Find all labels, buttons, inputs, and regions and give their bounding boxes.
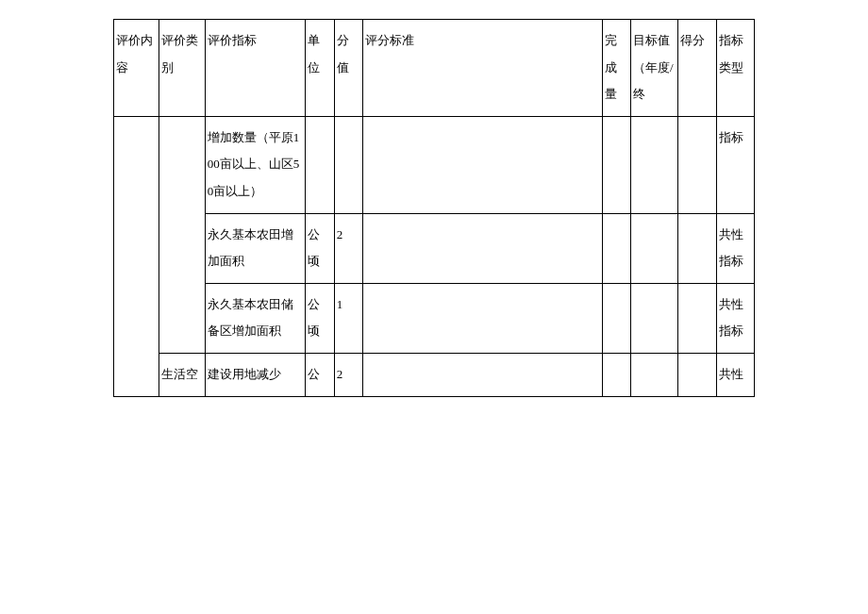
cell-indicator-type: 共性指标: [716, 283, 754, 353]
cell-scoring-standard: [362, 353, 602, 396]
cell-unit: 公顷: [306, 283, 334, 353]
cell-completion: [602, 116, 630, 213]
cell-score-value: 2: [334, 213, 362, 283]
header-completion: 完成量: [602, 20, 630, 117]
header-score: 得分: [678, 20, 716, 117]
header-indicator-type: 指标类型: [716, 20, 754, 117]
cell-target-value: [630, 283, 677, 353]
evaluation-table-container: 评价内容 评价类别 评价指标 单位 分值 评分标准 完成量 目标值（年度/终 得…: [113, 19, 755, 397]
header-score-value: 分值: [334, 20, 362, 117]
cell-unit: 公顷: [306, 213, 334, 283]
cell-completion: [602, 353, 630, 396]
cell-eval-indicator: 增加数量（平原100亩以上、山区50亩以上）: [205, 116, 306, 213]
table-row: 永久基本农田储备区增加面积 公顷 1 共性指标: [114, 283, 755, 353]
cell-eval-category: 生活空: [159, 353, 205, 396]
cell-indicator-type: 指标: [716, 116, 754, 213]
table-row: 增加数量（平原100亩以上、山区50亩以上） 指标: [114, 116, 755, 213]
cell-target-value: [630, 213, 677, 283]
header-eval-indicator: 评价指标: [205, 20, 306, 117]
cell-eval-indicator: 永久基本农田储备区增加面积: [205, 283, 306, 353]
cell-eval-indicator: 永久基本农田增加面积: [205, 213, 306, 283]
cell-unit: [306, 116, 334, 213]
header-scoring-standard: 评分标准: [362, 20, 602, 117]
header-target-value: 目标值（年度/终: [630, 20, 677, 117]
table-row: 生活空 建设用地减少 公 2 共性: [114, 353, 755, 396]
table-row: 永久基本农田增加面积 公顷 2 共性指标: [114, 213, 755, 283]
evaluation-table: 评价内容 评价类别 评价指标 单位 分值 评分标准 完成量 目标值（年度/终 得…: [113, 19, 755, 397]
cell-scoring-standard: [362, 283, 602, 353]
cell-eval-category: [159, 116, 205, 353]
cell-score-value: [334, 116, 362, 213]
cell-score: [678, 283, 716, 353]
header-eval-content: 评价内容: [114, 20, 159, 117]
cell-completion: [602, 283, 630, 353]
cell-unit: 公: [306, 353, 334, 396]
cell-eval-content: [114, 116, 159, 396]
cell-target-value: [630, 116, 677, 213]
cell-score: [678, 353, 716, 396]
cell-score-value: 1: [334, 283, 362, 353]
cell-score: [678, 116, 716, 213]
cell-scoring-standard: [362, 213, 602, 283]
cell-eval-indicator: 建设用地减少: [205, 353, 306, 396]
header-eval-category: 评价类别: [159, 20, 205, 117]
cell-scoring-standard: [362, 116, 602, 213]
cell-completion: [602, 213, 630, 283]
table-header-row: 评价内容 评价类别 评价指标 单位 分值 评分标准 完成量 目标值（年度/终 得…: [114, 20, 755, 117]
cell-score: [678, 213, 716, 283]
cell-indicator-type: 共性指标: [716, 213, 754, 283]
cell-target-value: [630, 353, 677, 396]
header-unit: 单位: [306, 20, 334, 117]
cell-indicator-type: 共性: [716, 353, 754, 396]
cell-score-value: 2: [334, 353, 362, 396]
